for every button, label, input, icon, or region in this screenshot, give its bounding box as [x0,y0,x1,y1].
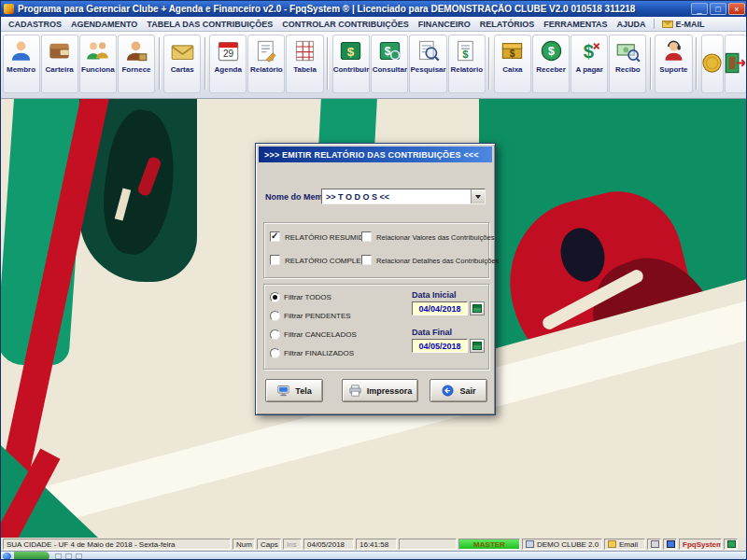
menu-email[interactable]: E-MAIL [657,19,710,30]
data-inicial-field[interactable]: 04/04/2018 [412,301,468,315]
toolbar-caixa-button[interactable]: $ Caixa [494,35,531,93]
window-titlebar[interactable]: Programa para Gerenciar Clube + Agenda e… [1,1,747,17]
menu-financeiro[interactable]: FINANCEIRO [414,19,475,30]
letters-icon [170,38,195,63]
data-final-calendar-button[interactable] [470,339,485,353]
toolbar-label: A pagar [575,65,603,74]
toolbar-contribuir-button[interactable]: $ Contribuir [332,35,371,93]
menu-agendamento[interactable]: AGENDAMENTO [66,19,142,30]
toolbar-label: Caixa [502,65,522,74]
sair-button-label: Sair [459,386,475,396]
impressora-button[interactable]: Impressora [342,379,418,402]
toolbar-recibo-button[interactable]: Recibo [609,35,646,93]
calendar-icon: 29 [216,38,241,63]
status-location: SUA CIDADE - UF 4 de Maio de 2018 - Sext… [3,539,231,550]
filter-options-group: Filtrar TODOS Filtrar PENDENTES Filtrar … [263,284,489,370]
filtrar-todos-label[interactable]: Filtrar TODOS [284,293,331,301]
member-icon [8,38,34,63]
status-client-label: DEMO CLUBE 2.0 [537,540,599,549]
support-icon [661,38,686,63]
status-bar: SUA CIDADE - UF 4 de Maio de 2018 - Sext… [1,538,747,551]
toolbar-pesquisar-button[interactable]: Pesquisar [409,35,446,93]
menu-controlar-contribuicoes[interactable]: CONTROLAR CONTRIBUIÇÕES [277,19,414,30]
toolbar-separator [204,37,206,90]
emitir-relatorio-dialog: >>> EMITIR RELATÓRIO DAS CONTRIBUIÇÕES <… [255,143,496,415]
window-title: Programa para Gerenciar Clube + Agenda e… [18,4,687,14]
status-printer-panel [647,539,661,550]
toolbar-cartas-button[interactable]: Cartas [163,35,201,93]
taskbar-icon[interactable] [76,553,82,559]
data-final-field[interactable]: 04/05/2018 [412,339,468,353]
taskbar-icon[interactable] [55,553,62,559]
status-caps-lock: Caps [257,539,281,550]
filtrar-pendentes-label[interactable]: Filtrar PENDENTES [284,312,351,320]
maximize-button[interactable]: □ [710,3,726,15]
pay-icon: $ [577,38,602,63]
menu-cadastros[interactable]: CADASTROS [4,19,66,30]
toolbar-funcionario-button[interactable]: Funciona [79,35,117,93]
relacionar-valores-label[interactable]: Relacionar Valores das Contribuições [376,233,495,242]
toolbar-label: Receber [536,65,566,74]
toolbar-agenda-button[interactable]: 29 Agenda [209,35,247,93]
svg-text:$: $ [548,45,555,58]
relatorio-completo-checkbox[interactable] [270,255,280,265]
toolbar-carteira-button[interactable]: Carteira [41,35,78,93]
toolbar-label: Agenda [215,65,242,74]
exit-door-icon [723,50,747,76]
search-icon [416,38,441,63]
dialog-titlebar[interactable]: >>> EMITIR RELATÓRIO DAS CONTRIBUIÇÕES <… [259,147,492,162]
filtrar-todos-radio[interactable] [270,292,280,302]
status-book-panel [724,539,738,550]
toolbar-coin-button[interactable] [701,35,724,93]
relatorio-completo-label[interactable]: RELATÓRIO COMPLETO [285,257,372,265]
filtrar-finalizados-label[interactable]: Filtrar FINALIZADOS [284,349,354,357]
menu-ferramentas[interactable]: FERRAMENTAS [539,19,612,30]
menu-relatorios[interactable]: RELATÓRIOS [475,19,539,30]
dialog-title: >>> EMITIR RELATÓRIO DAS CONTRIBUIÇÕES <… [264,150,479,160]
menu-separator [654,19,655,29]
svg-text:$: $ [462,49,469,60]
filtrar-finalizados-radio[interactable] [270,348,280,358]
toolbar-separator [327,37,329,90]
relatorio-resumido-label[interactable]: RELATÓRIO RESUMIDO [285,233,370,242]
taskbar-icon[interactable] [65,553,72,559]
toolbar-suporte-button[interactable]: Suporte [655,35,692,93]
toolbar-consultar-button[interactable]: $ Consultar [371,35,408,93]
start-button[interactable] [14,552,49,560]
relatorio-resumido-checkbox[interactable] [270,231,280,242]
email-icon [662,21,673,28]
status-email[interactable]: Email [604,539,645,550]
toolbar-separator [650,37,652,90]
toolbar-apagar-button[interactable]: $ A pagar [571,35,608,93]
toolbar-relatorio-button[interactable]: Relatório [247,35,285,93]
member-name-select[interactable]: >> T O D O S << [321,189,486,204]
chevron-down-icon [475,195,481,199]
toolbar-tabela-button[interactable]: Tabela [286,35,323,93]
sair-button[interactable]: Sair [430,379,487,402]
toolbar-exit-button[interactable] [725,35,747,93]
tela-button-label: Tela [295,386,311,396]
data-inicial-calendar-button[interactable] [470,301,485,315]
filtrar-pendentes-radio[interactable] [270,311,280,321]
printer-icon [348,384,362,398]
close-button[interactable]: × [728,3,745,15]
minimize-button[interactable]: _ [691,3,708,15]
receipt-icon [615,38,641,63]
quick-launch-icon[interactable] [3,553,11,560]
relacionar-valores-checkbox[interactable] [361,231,372,242]
combo-dropdown-button[interactable] [471,189,485,203]
menu-ajuda[interactable]: AJUDA [613,19,651,30]
toolbar-fornecedor-button[interactable]: Fornece [118,35,155,93]
filtrar-cancelados-label[interactable]: Filtrar CANCELADOS [284,330,357,339]
menu-tabela-contribuicoes[interactable]: TABELA DAS CONTRIBUIÇÕES [142,19,277,30]
relacionar-detalhes-label[interactable]: Relacionar Detalhes das Contribuições [376,257,499,265]
relacionar-detalhes-checkbox[interactable] [361,255,372,265]
toolbar-relatorio-contrib-button[interactable]: $ Relatório [448,35,486,93]
toolbar-receber-button[interactable]: $ Receber [532,35,570,93]
tela-button[interactable]: Tela [265,379,323,402]
impressora-button-label: Impressora [367,386,413,396]
data-inicial-label: Data Inicial [412,290,457,300]
filtrar-cancelados-radio[interactable] [270,329,280,340]
toolbar-membro-button[interactable]: Membro [3,35,40,93]
status-num-lock: Num [233,539,255,550]
